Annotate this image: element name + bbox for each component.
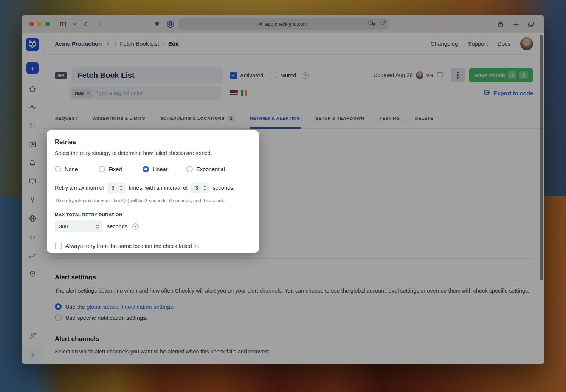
stepper-arrows-icon[interactable] — [119, 186, 123, 191]
retry-option-linear[interactable]: Linear — [143, 166, 186, 172]
interval-stepper[interactable]: 3 — [191, 183, 209, 193]
retries-title: Retries — [55, 138, 251, 146]
retry-strategy-options: None Fixed Linear Exponential — [55, 166, 251, 172]
max-duration-label: MAX TOTAL RETRY DURATION — [55, 212, 251, 217]
retry-option-fixed[interactable]: Fixed — [99, 166, 143, 172]
exponential-radio[interactable] — [186, 166, 193, 172]
same-location-label: Always retry from the same location the … — [65, 243, 199, 249]
none-radio[interactable] — [55, 166, 61, 172]
retry-option-none[interactable]: None — [55, 166, 99, 172]
retry-intervals-helper: The retry intervals for your check(s) wi… — [55, 198, 251, 203]
retry-config-sentence: Retry a maximum of 3 times, with an inte… — [55, 183, 251, 193]
max-duration-stepper[interactable]: 300 — [55, 220, 102, 232]
retry-option-exponential[interactable]: Exponential — [186, 166, 230, 172]
linear-radio[interactable] — [143, 166, 149, 172]
retries-description: Select the retry strategy to determine h… — [55, 150, 251, 156]
stepper-arrows-icon[interactable] — [96, 224, 99, 229]
max-duration-help-icon[interactable]: ? — [132, 223, 139, 230]
retries-panel: Retries Select the retry strategy to det… — [47, 130, 259, 253]
max-duration-unit: seconds — [107, 223, 127, 229]
max-retries-stepper[interactable]: 3 — [107, 183, 126, 193]
same-location-checkbox-row[interactable]: Always retry from the same location the … — [55, 243, 251, 249]
fixed-radio[interactable] — [99, 166, 105, 172]
same-location-checkbox[interactable] — [55, 243, 62, 249]
stepper-arrows-icon[interactable] — [203, 186, 206, 191]
